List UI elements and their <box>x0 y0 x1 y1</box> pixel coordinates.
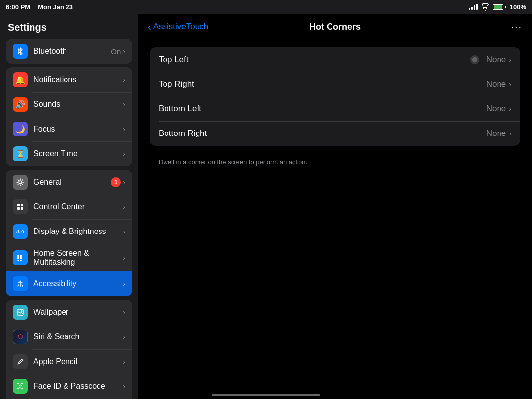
status-left: 6:00 PM Mon Jan 23 <box>6 3 73 11</box>
sidebar-item-home-screen[interactable]: Home Screen & Multitasking › <box>6 244 132 271</box>
sidebar-item-display-brightness[interactable]: AA Display & Brightness › <box>6 219 132 244</box>
screen-time-label: Screen Time <box>33 149 123 158</box>
siri-icon: ⬡ <box>13 330 28 344</box>
svg-point-0 <box>19 181 22 184</box>
focus-label: Focus <box>33 125 123 133</box>
notifications-label: Notifications <box>33 75 123 84</box>
svg-rect-17 <box>21 388 23 389</box>
svg-rect-5 <box>17 255 19 257</box>
sidebar-title: Settings <box>0 14 138 39</box>
status-bar: 6:00 PM Mon Jan 23 100% <box>0 0 532 14</box>
wifi-icon <box>482 3 489 11</box>
back-button[interactable]: ‹ AssistiveTouch <box>148 21 208 33</box>
svg-rect-6 <box>20 255 22 257</box>
bluetooth-chevron: › <box>123 47 125 55</box>
svg-point-18 <box>19 385 20 386</box>
sidebar-item-apple-pencil[interactable]: Apple Pencil › <box>6 349 132 374</box>
svg-rect-2 <box>21 204 23 206</box>
svg-rect-15 <box>21 383 23 384</box>
general-badge: 1 <box>111 177 121 187</box>
nav-bar: ‹ AssistiveTouch Hot Corners ··· <box>138 14 532 39</box>
bottom-left-value: None <box>486 104 506 114</box>
back-chevron-icon: ‹ <box>148 21 151 33</box>
display-brightness-icon: AA <box>13 224 28 239</box>
status-date: Mon Jan 23 <box>38 3 73 11</box>
hot-corner-bottom-left-row[interactable]: Bottom Left None › <box>150 97 520 121</box>
svg-point-13 <box>21 310 23 312</box>
bottom-left-label: Bottom Left <box>159 104 486 114</box>
nav-title: Hot Corners <box>309 22 361 32</box>
nav-dots[interactable]: ··· <box>511 21 522 33</box>
wallpaper-label: Wallpaper <box>33 308 123 317</box>
home-indicator <box>212 394 320 396</box>
display-brightness-label: Display & Brightness <box>33 227 123 236</box>
sidebar-item-face-id[interactable]: Face ID & Passcode › <box>6 374 132 399</box>
battery-status-icon <box>493 4 506 10</box>
sidebar-item-sounds[interactable]: 🔊 Sounds › <box>6 92 132 117</box>
status-right: 100% <box>469 3 526 11</box>
sidebar-item-wallpaper[interactable]: Wallpaper › <box>6 300 132 325</box>
main-content: ‹ AssistiveTouch Hot Corners ··· Top Lef… <box>138 14 532 399</box>
battery-percent: 100% <box>510 3 526 11</box>
svg-point-19 <box>21 385 22 386</box>
apple-pencil-icon <box>13 354 28 369</box>
bottom-right-value: None <box>486 129 506 138</box>
home-screen-label: Home Screen & Multitasking <box>33 249 123 266</box>
control-center-label: Control Center <box>33 202 123 211</box>
hot-corner-top-right-row[interactable]: Top Right None › <box>150 72 520 97</box>
siri-label: Siri & Search <box>33 332 123 341</box>
svg-rect-4 <box>21 207 23 210</box>
hot-corners-hint: Dwell in a corner on the screen to perfo… <box>150 154 520 174</box>
accessibility-icon <box>13 276 28 291</box>
accessibility-label: Accessibility <box>33 279 123 288</box>
screen-time-icon: ⏳ <box>13 146 28 161</box>
top-right-value: None <box>486 79 506 89</box>
sidebar-item-general[interactable]: General 1 › <box>6 170 132 195</box>
svg-rect-16 <box>17 388 19 389</box>
face-id-label: Face ID & Passcode <box>33 382 123 391</box>
notifications-icon: 🔔 <box>13 72 28 87</box>
top-right-chevron: › <box>509 80 511 88</box>
sidebar-group-notifications: 🔔 Notifications › 🔊 Sounds › 🌙 Focus › ⏳… <box>6 67 132 166</box>
top-left-chevron: › <box>509 56 511 64</box>
hot-corners-content: Top Left None › Top Right None › Bottom … <box>138 39 532 182</box>
home-screen-icon <box>13 250 28 265</box>
sidebar-item-siri[interactable]: ⬡ Siri & Search › <box>6 325 132 349</box>
svg-rect-9 <box>17 260 19 261</box>
hot-corner-bottom-right-row[interactable]: Bottom Right None › <box>150 121 520 146</box>
signal-icon <box>469 4 478 10</box>
sidebar-item-bluetooth[interactable]: Bluetooth On › <box>6 39 132 64</box>
control-center-icon <box>13 200 28 214</box>
sidebar-group-personalization: Wallpaper › ⬡ Siri & Search › Apple Penc… <box>6 300 132 399</box>
sidebar-item-notifications[interactable]: 🔔 Notifications › <box>6 67 132 92</box>
svg-point-29 <box>472 57 477 62</box>
sidebar-item-accessibility[interactable]: Accessibility › <box>6 271 132 296</box>
top-left-toggle-indicator <box>469 54 480 65</box>
svg-rect-3 <box>17 207 20 210</box>
top-left-label: Top Left <box>159 55 469 65</box>
wallpaper-icon <box>13 305 28 320</box>
bottom-right-chevron: › <box>509 130 511 137</box>
sounds-label: Sounds <box>33 100 123 109</box>
bluetooth-value: On <box>111 47 121 56</box>
status-time: 6:00 PM <box>6 3 30 11</box>
sounds-icon: 🔊 <box>13 97 28 112</box>
sidebar-item-focus[interactable]: 🌙 Focus › <box>6 117 132 141</box>
back-label: AssistiveTouch <box>153 22 208 32</box>
svg-rect-7 <box>17 257 19 259</box>
hot-corner-top-left-row[interactable]: Top Left None › <box>150 47 520 72</box>
svg-rect-14 <box>17 383 19 384</box>
svg-point-11 <box>20 281 21 282</box>
svg-rect-1 <box>17 204 20 206</box>
sidebar-group-top: Bluetooth On › <box>6 39 132 64</box>
bottom-left-chevron: › <box>509 105 511 113</box>
bluetooth-icon <box>13 44 28 59</box>
svg-rect-10 <box>20 260 22 261</box>
sidebar-group-general: General 1 › Control Center › AA Display … <box>6 170 132 296</box>
sidebar-item-screen-time[interactable]: ⏳ Screen Time › <box>6 141 132 166</box>
general-label: General <box>33 178 111 187</box>
sidebar: Settings Bluetooth On › 🔔 Notifications … <box>0 14 138 399</box>
sidebar-item-control-center[interactable]: Control Center › <box>6 195 132 219</box>
face-id-icon <box>13 379 28 394</box>
bluetooth-label: Bluetooth <box>33 47 111 56</box>
